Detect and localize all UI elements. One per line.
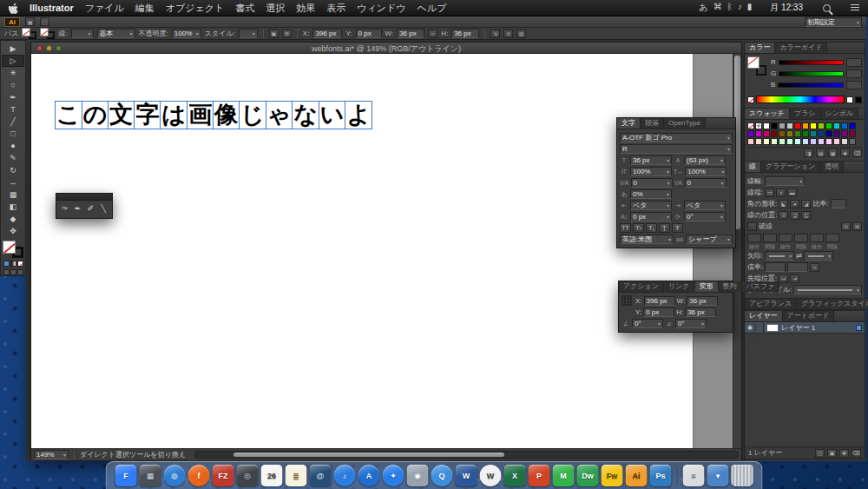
horizontal-scale-input[interactable]: 100% (685, 167, 727, 176)
swatch-30[interactable] (763, 138, 770, 145)
menu-item-8[interactable]: ヘルプ (418, 2, 447, 15)
style-select[interactable] (239, 29, 258, 38)
arrow-start-select[interactable] (765, 251, 794, 261)
swatch-34[interactable] (794, 138, 801, 145)
join-miter-icon[interactable]: ◣ (779, 200, 788, 208)
dashed-checkbox[interactable] (747, 222, 757, 231)
language-select[interactable]: 英語:米国 (620, 235, 674, 244)
menu-item-1[interactable]: 編集 (135, 2, 155, 15)
dock-icon-fireworks[interactable]: Fw (602, 465, 623, 486)
menubar-status-icon-1[interactable]: ⌘ (713, 2, 722, 14)
tsume-select[interactable]: 0% (630, 189, 672, 199)
shear-angle-select[interactable]: 0° (675, 319, 707, 328)
arrow-scale-start-input[interactable] (765, 262, 786, 272)
dock-icon-wordpress[interactable]: W (480, 465, 502, 486)
channel-value-G[interactable] (846, 69, 862, 78)
draw-inside-icon[interactable] (17, 269, 23, 275)
swap-arrows-icon[interactable]: ⇄ (796, 252, 802, 260)
swatch-29[interactable] (755, 138, 762, 145)
vertical-scrollbar[interactable] (733, 54, 741, 448)
dock-icon-dreamweaver[interactable]: Dw (577, 465, 599, 486)
swatch-7[interactable] (802, 122, 809, 129)
rotate-angle-select[interactable]: 0° (632, 319, 663, 328)
layers-footer-icon-2[interactable]: ✚ (839, 449, 849, 458)
dash-box-5[interactable] (825, 234, 839, 242)
screen-mode-icon[interactable]: ▢ (40, 17, 49, 26)
none-swatch[interactable] (747, 96, 754, 103)
ty-input[interactable]: 0 px (643, 307, 674, 317)
brush-select[interactable]: 基本 (97, 29, 135, 38)
layer-name[interactable]: レイヤー 1 (781, 323, 815, 333)
aki-right-select[interactable]: ベタ (684, 201, 726, 210)
dash-align-icon[interactable]: ⊞ (852, 222, 862, 231)
menu-item-4[interactable]: 選択 (266, 2, 285, 15)
align-icon[interactable]: ≋ (503, 30, 513, 38)
dock-icon-filezilla[interactable]: FZ (213, 465, 234, 486)
channel-slider-r[interactable] (779, 60, 844, 65)
dock-icon-finder[interactable]: F (115, 465, 137, 486)
channel-value-B[interactable] (846, 81, 862, 89)
transform-tab-0[interactable]: アクション (619, 281, 664, 292)
swatch-19[interactable] (786, 130, 793, 137)
layers-footer-icon-3[interactable]: ⌫ (852, 449, 861, 458)
color-fill-stroke[interactable] (747, 56, 766, 76)
leading-select[interactable]: (63 px) (684, 155, 726, 165)
w-input[interactable]: 36 px (397, 29, 424, 38)
document-setup-icon[interactable]: ▣ (269, 30, 279, 38)
dash-box-0[interactable] (747, 234, 761, 242)
rotate-tool[interactable]: ↻ (2, 164, 24, 176)
swatch-32[interactable] (779, 138, 786, 145)
dock-icon-earth-browser[interactable]: ◍ (164, 465, 186, 486)
menubar-clock[interactable]: 月 12:33 (770, 2, 803, 14)
swatch-14[interactable] (747, 130, 754, 137)
black-swatch[interactable] (855, 96, 862, 103)
transform-icon[interactable]: ⇲ (490, 30, 500, 38)
dock-icon-safari[interactable]: ✦ (383, 465, 404, 486)
char-rotation-input[interactable]: 0° (684, 212, 726, 221)
dash-box-4[interactable] (810, 234, 824, 242)
swatches-footer-icon-2[interactable]: ▦ (828, 149, 838, 157)
font-family-select[interactable]: A-OTF 新ゴ Pro (620, 133, 733, 142)
swatch-20[interactable] (794, 130, 801, 137)
dock-icon-word[interactable]: W (456, 465, 477, 486)
swatch-36[interactable] (810, 138, 817, 145)
transform-tab-4[interactable]: パスファ (742, 281, 780, 292)
align-center-icon[interactable]: ≡ (779, 211, 788, 220)
measure-tool[interactable]: ✐ (86, 202, 96, 215)
free-transform-tool[interactable]: ▦ (2, 188, 24, 201)
dock-icon-illustrator[interactable]: Ai (626, 465, 648, 486)
swatch-1[interactable]: ✛ (755, 122, 762, 129)
draw-behind-icon[interactable] (10, 269, 16, 275)
swatch-13[interactable] (849, 122, 856, 129)
type-style-icon-2[interactable]: T₁ (646, 223, 657, 233)
swatch-33[interactable] (786, 138, 793, 145)
magic-wand-tool[interactable]: ✳ (2, 67, 24, 79)
dock-icon-notes[interactable]: ≣ (286, 465, 307, 486)
swatches-footer-icon-1[interactable]: ▤ (816, 149, 825, 157)
dock-icon-itunes[interactable]: ♪ (334, 465, 356, 486)
dock-icon-mail[interactable]: @ (310, 465, 332, 486)
swatch-17[interactable] (771, 130, 778, 137)
swatch-41[interactable] (849, 138, 856, 145)
swatch-37[interactable] (818, 138, 825, 145)
join-bevel-icon[interactable]: ◢ (801, 200, 811, 208)
cap-projecting-icon[interactable]: ▬ (787, 188, 797, 197)
width-tool[interactable]: ↔ (2, 176, 24, 188)
color-spectrum[interactable] (756, 96, 845, 103)
appearance-tab-1[interactable]: グラフィックスタイル (797, 299, 868, 309)
type-style-icon-3[interactable]: Ṯ (659, 223, 670, 233)
dash-box-2[interactable] (779, 234, 792, 242)
swatch-0[interactable] (747, 122, 754, 129)
paintbrush-tool[interactable]: ● (2, 140, 24, 152)
swatch-18[interactable] (779, 130, 786, 137)
align-outside-icon[interactable]: ⊑ (801, 211, 811, 220)
workspace-switcher[interactable]: 初期設定 (805, 17, 862, 27)
cap-butt-icon[interactable]: ▭ (765, 188, 774, 197)
swatch-23[interactable] (818, 130, 825, 137)
swatch-38[interactable] (825, 138, 832, 145)
canvas-text-object[interactable]: この文字は画像じゃないよ (55, 101, 372, 129)
swatch-15[interactable] (755, 130, 762, 137)
y-input[interactable]: 0 px (356, 29, 382, 38)
panel-grip[interactable] (56, 194, 112, 201)
preferences-icon[interactable]: ⚙ (282, 30, 292, 38)
